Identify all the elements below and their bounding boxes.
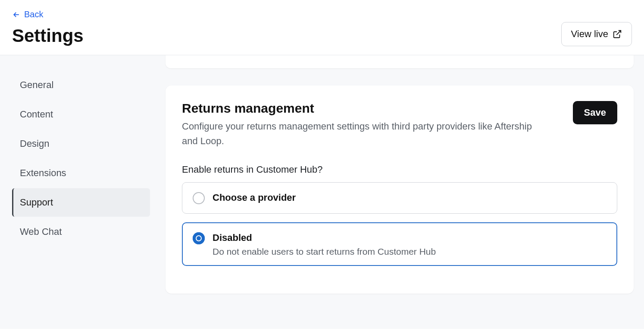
option-text: Choose a provider [213, 191, 606, 205]
option-title: Disabled [213, 231, 606, 245]
back-link[interactable]: Back [12, 9, 84, 19]
sidebar-item-label: Content [20, 109, 53, 120]
sidebar-item-label: General [20, 79, 53, 90]
enable-returns-label: Enable returns in Customer Hub? [182, 164, 617, 175]
sidebar-item-web-chat[interactable]: Web Chat [12, 218, 150, 246]
option-description: Do not enable users to start returns fro… [213, 247, 606, 257]
radio-option-choose-provider[interactable]: Choose a provider [182, 182, 617, 214]
main-content: Returns management Configure your return… [155, 55, 644, 329]
sidebar-item-support[interactable]: Support [12, 188, 150, 217]
sidebar-item-content[interactable]: Content [12, 100, 150, 129]
view-live-button[interactable]: View live [561, 22, 632, 46]
external-link-icon [613, 29, 622, 39]
card-title: Returns management [182, 101, 535, 116]
body-area: General Content Design Extensions Suppor… [0, 55, 644, 329]
sidebar-item-label: Web Chat [20, 226, 62, 237]
card-header-text: Returns management Configure your return… [182, 101, 535, 149]
card-header: Returns management Configure your return… [182, 101, 617, 149]
radio-option-disabled[interactable]: Disabled Do not enable users to start re… [182, 222, 617, 266]
back-label: Back [24, 9, 43, 19]
sidebar-item-extensions[interactable]: Extensions [12, 159, 150, 187]
header-left: Back Settings [12, 9, 84, 46]
returns-management-card: Returns management Configure your return… [166, 85, 634, 294]
option-title: Choose a provider [213, 192, 296, 203]
radio-icon-selected [193, 232, 205, 244]
option-text: Disabled Do not enable users to start re… [213, 231, 606, 257]
save-button[interactable]: Save [573, 101, 617, 124]
sidebar: General Content Design Extensions Suppor… [0, 55, 155, 329]
previous-card-bottom [166, 55, 634, 68]
card-description: Configure your returns management settin… [182, 119, 535, 149]
view-live-label: View live [571, 28, 608, 40]
sidebar-item-general[interactable]: General [12, 71, 150, 99]
sidebar-item-label: Support [20, 197, 53, 208]
sidebar-item-label: Extensions [20, 168, 66, 178]
sidebar-item-design[interactable]: Design [12, 130, 150, 158]
page-header: Back Settings View live [0, 0, 644, 55]
page-title: Settings [12, 25, 84, 46]
sidebar-item-label: Design [20, 138, 49, 149]
arrow-left-icon [12, 10, 21, 19]
radio-icon [193, 192, 205, 204]
